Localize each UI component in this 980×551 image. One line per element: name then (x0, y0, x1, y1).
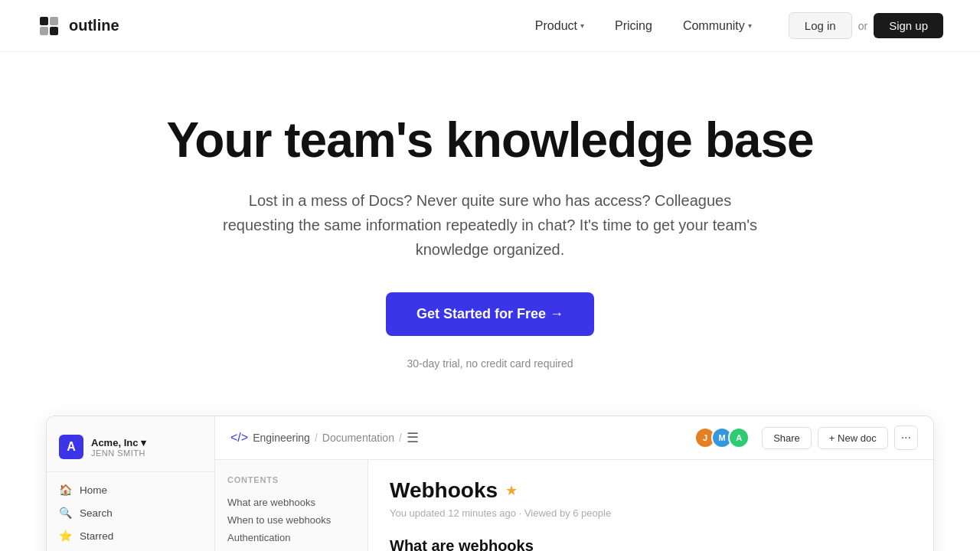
logo-icon (37, 14, 61, 38)
doc-meta: You updated 12 minutes ago · Viewed by 6… (390, 507, 912, 519)
navbar: outline Product ▾ Pricing Community ▾ Lo… (0, 0, 980, 52)
or-label: or (858, 20, 867, 32)
navbar-nav: Product ▾ Pricing Community ▾ (523, 13, 764, 39)
doc-title-row: Webhooks ★ (390, 478, 912, 503)
login-button[interactable]: Log in (789, 12, 852, 39)
doc-body: CONTENTS What are webhooks When to use w… (215, 460, 933, 551)
home-icon: 🏠 (59, 484, 72, 496)
new-doc-button[interactable]: + New doc (818, 427, 888, 449)
hero-subtitle: Lost in a mess of Docs? Never quite sure… (222, 188, 758, 262)
toc-item-1[interactable]: What are webhooks (227, 494, 355, 511)
chevron-down-icon: ▾ (580, 21, 584, 30)
main-content: </> Engineering / Documentation / ☰ J M … (215, 416, 933, 551)
search-icon: 🔍 (59, 507, 72, 519)
hero-title: Your team's knowledge base (37, 113, 943, 167)
nav-community[interactable]: Community ▾ (671, 13, 764, 39)
navbar-actions: Log in or Sign up (789, 12, 943, 39)
cta-note: 30-day trial, no credit card required (37, 357, 943, 370)
sidebar-item-templates[interactable]: 📋 Templates (47, 547, 214, 551)
svg-rect-1 (50, 17, 58, 25)
cta-button[interactable]: Get Started for Free → (386, 292, 594, 336)
workspace-user: JENN SMITH (91, 448, 202, 458)
breadcrumb-sep2: / (399, 432, 402, 444)
share-button[interactable]: Share (762, 427, 812, 449)
breadcrumb-doc[interactable]: Documentation (322, 432, 394, 444)
doc-section-title: What are webhooks (390, 537, 912, 551)
favorite-star-icon[interactable]: ★ (505, 482, 518, 499)
doc-main: Webhooks ★ You updated 12 minutes ago · … (368, 460, 933, 551)
toc-label: CONTENTS (227, 475, 355, 484)
doc-actions: J M A Share + New doc ··· (694, 425, 918, 450)
menu-icon[interactable]: ☰ (407, 429, 419, 446)
nav-product[interactable]: Product ▾ (523, 13, 596, 39)
sidebar: A Acme, Inc ▾ JENN SMITH 🏠 Home 🔍 Search… (47, 416, 215, 551)
logo[interactable]: outline (37, 14, 119, 38)
toc-item-3[interactable]: Authentication (227, 529, 355, 546)
nav-pricing[interactable]: Pricing (603, 13, 665, 39)
svg-rect-3 (50, 27, 58, 35)
logo-text: outline (69, 17, 119, 34)
workspace-info: Acme, Inc ▾ JENN SMITH (91, 437, 202, 458)
signup-button[interactable]: Sign up (874, 13, 943, 38)
avatar-3: A (728, 427, 750, 448)
breadcrumb-sep: / (315, 432, 318, 444)
workspace-avatar: A (59, 435, 83, 459)
avatar-group: J M A (694, 427, 750, 448)
sidebar-item-search[interactable]: 🔍 Search (47, 501, 214, 524)
svg-rect-2 (40, 27, 48, 35)
doc-title: Webhooks (390, 478, 498, 503)
toc-item-2[interactable]: When to use webhooks (227, 511, 355, 529)
sidebar-item-home[interactable]: 🏠 Home (47, 478, 214, 501)
breadcrumb-section[interactable]: Engineering (253, 432, 310, 444)
breadcrumb: </> Engineering / Documentation / ☰ (230, 429, 688, 446)
chevron-down-icon: ▾ (748, 21, 752, 30)
sidebar-item-starred[interactable]: ⭐ Starred (47, 524, 214, 547)
code-icon: </> (230, 431, 248, 445)
doc-topbar: </> Engineering / Documentation / ☰ J M … (215, 416, 933, 460)
svg-rect-0 (40, 17, 48, 25)
hero-section: Your team's knowledge base Lost in a mes… (0, 52, 980, 416)
star-icon: ⭐ (59, 530, 72, 542)
toc-item-4[interactable]: Testing (227, 546, 355, 551)
workspace-name[interactable]: Acme, Inc ▾ (91, 437, 202, 448)
app-preview: A Acme, Inc ▾ JENN SMITH 🏠 Home 🔍 Search… (46, 416, 934, 551)
doc-toc: CONTENTS What are webhooks When to use w… (215, 460, 368, 551)
more-button[interactable]: ··· (894, 425, 918, 450)
sidebar-header: A Acme, Inc ▾ JENN SMITH (47, 429, 214, 472)
